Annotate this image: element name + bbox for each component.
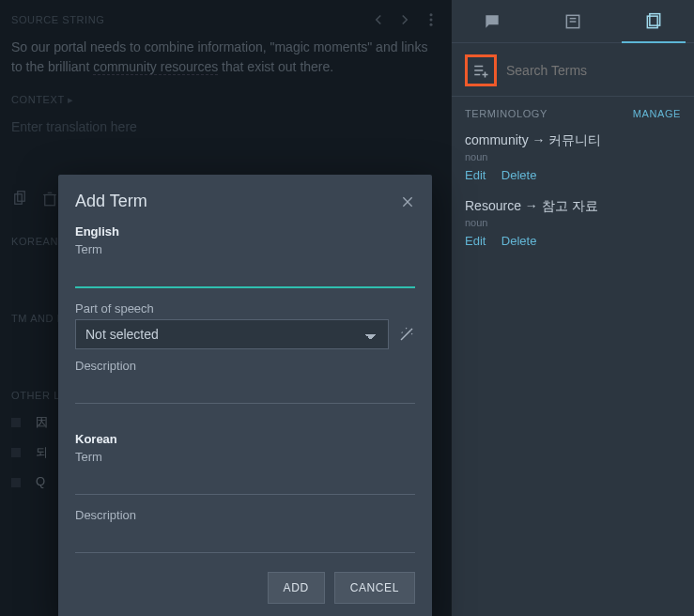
- pos-row: Not selected: [75, 319, 415, 349]
- tab-comments[interactable]: [452, 0, 532, 42]
- term-word: Resource → 참고 자료: [465, 198, 681, 215]
- add-term-modal: Add Term English Term Part of speech Not…: [58, 175, 432, 616]
- term-entry: community → 커뮤니티 noun Edit Delete: [452, 127, 694, 192]
- term-pos: noun: [465, 151, 681, 162]
- add-list-icon: [472, 62, 489, 79]
- tab-reference[interactable]: [532, 0, 613, 42]
- korean-label: Korean: [75, 432, 415, 446]
- term-pos: noun: [465, 217, 681, 228]
- term-label: Term: [75, 242, 415, 256]
- english-term-input[interactable]: [75, 260, 415, 288]
- pos-label: Part of speech: [75, 301, 415, 316]
- term-label-ko: Term: [75, 450, 415, 464]
- search-row: [452, 43, 694, 97]
- terminology-label: TERMINOLOGY: [465, 108, 547, 119]
- add-button[interactable]: ADD: [268, 572, 325, 604]
- book-icon: [563, 12, 582, 31]
- desc-label-ko: Description: [75, 508, 415, 522]
- pos-select[interactable]: Not selected: [75, 319, 389, 349]
- term-entry: Resource → 참고 자료 noun Edit Delete: [452, 192, 694, 258]
- terms-icon: [644, 12, 663, 31]
- terminology-header: TERMINOLOGY MANAGE: [452, 97, 694, 127]
- term-delete-link[interactable]: Delete: [501, 168, 537, 182]
- right-panel: TERMINOLOGY MANAGE community → 커뮤니티 noun…: [451, 0, 694, 616]
- term-delete-link[interactable]: Delete: [501, 234, 537, 248]
- term-edit-link[interactable]: Edit: [465, 168, 486, 182]
- korean-term-input[interactable]: [75, 468, 415, 495]
- add-term-button[interactable]: [465, 54, 497, 86]
- modal-footer: ADD CANCEL: [75, 572, 415, 604]
- english-desc-input[interactable]: [75, 377, 415, 404]
- desc-label: Description: [75, 359, 415, 373]
- close-icon[interactable]: [400, 194, 415, 209]
- magic-wand-icon[interactable]: [398, 326, 415, 343]
- term-actions: Edit Delete: [465, 166, 681, 183]
- korean-desc-input[interactable]: [75, 526, 415, 553]
- term-actions: Edit Delete: [465, 232, 681, 249]
- tab-row: [452, 0, 694, 43]
- search-input[interactable]: [506, 63, 681, 78]
- term-word: community → 커뮤니티: [465, 132, 681, 149]
- manage-link[interactable]: MANAGE: [633, 108, 681, 119]
- cancel-button[interactable]: CANCEL: [334, 572, 415, 604]
- modal-header: Add Term: [75, 192, 415, 211]
- term-edit-link[interactable]: Edit: [465, 234, 486, 248]
- tab-terms[interactable]: [613, 0, 694, 42]
- modal-title: Add Term: [75, 192, 147, 211]
- english-label: English: [75, 224, 415, 239]
- comment-icon: [483, 12, 501, 31]
